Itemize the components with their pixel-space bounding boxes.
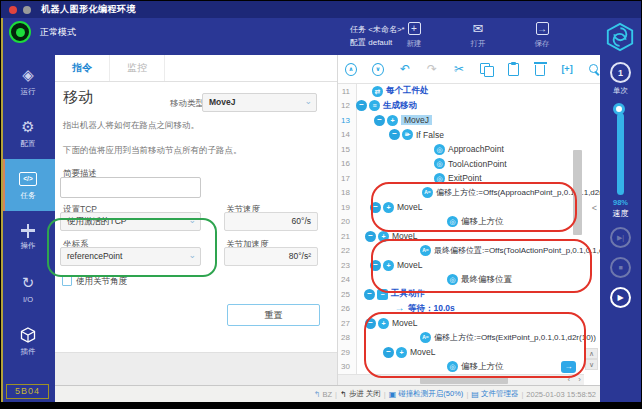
sidebar-item-label: 操作	[21, 241, 36, 251]
tcp-select[interactable]: 使用激活的TCP ⌄	[60, 212, 201, 231]
undo-icon[interactable]: ↶	[399, 62, 411, 77]
tree-row[interactable]: 19−+MoveL	[338, 200, 600, 215]
save-button[interactable]: →保存	[524, 20, 560, 49]
paste-icon[interactable]	[507, 62, 519, 77]
tree-row[interactable]: 11−⇄每个工件处	[338, 84, 600, 99]
expander-icon[interactable]: −	[365, 318, 376, 329]
close-window-icon[interactable]	[9, 6, 17, 14]
sidebar-item-operate[interactable]: 操作	[1, 211, 55, 263]
expander-icon[interactable]: −	[389, 129, 400, 140]
window-edge-accent	[1, 18, 3, 402]
tree-toolbar: ∧∨↶↷✂[+]	[338, 55, 600, 84]
scroll-up-button[interactable]: ∧	[585, 348, 598, 359]
line-number: 27	[338, 319, 354, 328]
expander-icon[interactable]: −	[374, 115, 385, 126]
tree-row[interactable]: 18−A=偏移上方位:=Offs(ApproachPoint_p,0.1,0.1…	[338, 186, 600, 201]
line-number: 21	[338, 232, 354, 241]
minimize-window-icon[interactable]	[23, 6, 31, 14]
wait-icon: →	[394, 303, 405, 314]
tree-vertical-scrollbar[interactable]	[573, 150, 582, 235]
step-button[interactable]: ▶|	[610, 227, 631, 248]
tree-row[interactable]: 22−A=最终偏移位置:=Offs(ToolActionPoint_p,0.1,…	[338, 244, 600, 259]
brief-desc-input[interactable]	[60, 177, 201, 198]
window-title: 机器人图形化编程环境	[41, 3, 136, 16]
status-item[interactable]: 2025-01-03 15:58:52	[526, 390, 596, 399]
tree-row-label: MoveL	[392, 231, 418, 241]
speed-slider-track[interactable]	[617, 113, 624, 195]
status-item[interactable]: BZ	[323, 390, 333, 399]
sidebar-item-io[interactable]: ↻I/O	[1, 263, 55, 315]
tree-row[interactable]: 27−+MoveL	[338, 316, 600, 331]
tree-row[interactable]: 13−+MoveJ	[338, 113, 600, 128]
tree-row-label: 最终偏移位置	[461, 274, 512, 286]
expander-icon[interactable]: −	[356, 100, 367, 111]
sidebar-item-label: 任务	[21, 191, 36, 201]
tree-row[interactable]: 25−−工具动作	[338, 287, 600, 302]
collapse-all-icon[interactable]: ∧	[345, 62, 357, 77]
tree-horizontal-scrollbar[interactable]	[338, 374, 584, 385]
tree-row[interactable]: 24−◎最终偏移位置	[338, 273, 600, 288]
play-button[interactable]: ▶	[610, 287, 631, 308]
frame-select[interactable]: referencePoint ⌄	[60, 247, 201, 266]
tree-row-label: ToolActionPoint	[448, 159, 507, 169]
line-number: 30	[338, 362, 354, 371]
tree-row[interactable]: 12−≡生成移动	[338, 99, 600, 114]
sidebar-item-config[interactable]: ⚙配置	[1, 107, 55, 159]
tree-row[interactable]: 20−◎偏移上方位	[338, 215, 600, 230]
stop-button[interactable]: ■	[610, 257, 631, 278]
status-item[interactable]: 文件管理器	[481, 389, 519, 399]
reset-button[interactable]: 重置	[227, 304, 320, 326]
tree-row[interactable]: 28−A=偏移上方位:=Offs(ExitPoint_p,0.1,0.1,d2r…	[338, 331, 600, 346]
expander-icon[interactable]: −	[364, 289, 375, 300]
description-line-1: 指出机器人将如何在路点之间移动。	[63, 120, 199, 132]
scroll-left-right-buttons[interactable]: ‹ ›	[567, 375, 584, 384]
joint-speed-input[interactable]: 60°/s	[224, 212, 318, 231]
move-type-select[interactable]: MoveJ ⌄	[202, 93, 317, 112]
sidebar-item-plugin[interactable]: 插件	[1, 315, 55, 367]
use-joint-angle-checkbox[interactable]	[62, 276, 72, 286]
tree-row-label: 工具动作	[391, 288, 425, 300]
line-number: 15	[338, 145, 354, 154]
tree-row[interactable]: 30−◎偏移上方位→	[338, 360, 600, 375]
new-button[interactable]: +新建	[396, 20, 432, 49]
tree-row[interactable]: 23−+MoveL	[338, 258, 600, 273]
tab-instruction[interactable]: 指令	[55, 55, 110, 81]
expand-all-icon[interactable]: ∨	[372, 62, 384, 77]
tree-row[interactable]: 16−◎ToolActionPoint	[338, 157, 600, 172]
tree-row[interactable]: 29−+MoveL	[338, 345, 600, 360]
expander-icon[interactable]: −	[370, 202, 381, 213]
tree-row[interactable]: 15−◎ApproachPoint	[338, 142, 600, 157]
joint-accel-input[interactable]: 80°/s²	[224, 247, 318, 266]
program-tree-panel: ∧∨↶↷✂[+] 11−⇄每个工件处12−≡生成移动13−+MoveJ14−⋔I…	[338, 55, 600, 385]
redo-icon[interactable]: ↷	[426, 62, 438, 77]
tree-row-label: If False	[416, 130, 444, 140]
tree-row[interactable]: 17−◎ExitPoint	[338, 171, 600, 186]
tree-row[interactable]: 21−+MoveL	[338, 229, 600, 244]
status-item[interactable]: 碰撞检测开启(50%)	[398, 389, 463, 399]
scrollbar-thumb[interactable]	[420, 377, 508, 384]
tree-row[interactable]: 26−→等待：10.0s	[338, 302, 600, 317]
expander-icon[interactable]: −	[365, 231, 376, 242]
open-button[interactable]: ✉打开	[460, 20, 496, 49]
speed-slider-knob[interactable]	[613, 103, 625, 115]
status-item[interactable]: 步进 关闭	[349, 389, 381, 399]
collision-icon: ▣	[389, 390, 397, 399]
expander-icon[interactable]: −	[370, 260, 381, 271]
goto-icon[interactable]: →	[561, 361, 576, 373]
new-button-label: 新建	[407, 39, 422, 49]
insert-icon[interactable]: [+]	[561, 62, 573, 77]
panel-collapse-handle[interactable]: <	[592, 203, 597, 213]
cut-icon[interactable]: ✂	[453, 62, 465, 77]
expander-icon[interactable]: −	[383, 347, 394, 358]
tree-row-label: 每个工件处	[386, 85, 429, 97]
sidebar-item-task[interactable]: </>任务	[1, 159, 55, 211]
single-cycle-icon[interactable]: 1	[610, 62, 631, 83]
tab-monitor[interactable]: 监控	[110, 55, 165, 81]
tree-row[interactable]: 14−⋔If False	[338, 128, 600, 143]
scroll-down-button[interactable]: ∨	[585, 359, 598, 370]
delete-icon[interactable]	[534, 62, 546, 77]
sidebar-item-run[interactable]: ◈运行	[1, 55, 55, 107]
copy-icon[interactable]	[480, 62, 492, 77]
search-icon[interactable]	[588, 62, 600, 77]
sidebar-item-label: 插件	[21, 347, 36, 357]
